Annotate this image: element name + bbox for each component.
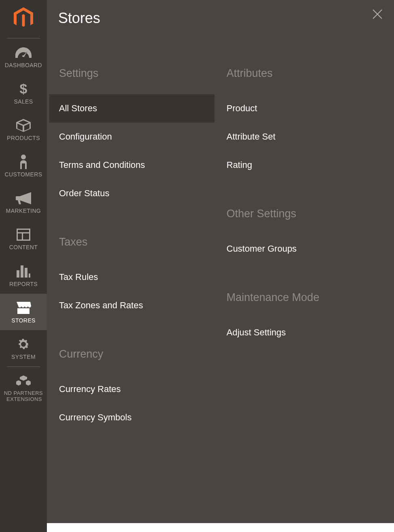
svg-rect-3 [21,265,23,278]
flyout-column-right: Attributes Product Attribute Set Rating … [227,67,382,460]
section-attributes: Attributes Product Attribute Set Rating [227,67,382,179]
sidebar-item-label: SALES [14,98,33,105]
sidebar-item-label: MARKETING [6,208,41,214]
section-currency: Currency Currency Rates Currency Symbols [59,348,215,432]
svg-rect-5 [29,273,30,278]
person-icon [19,155,27,169]
section-title: Taxes [59,236,215,248]
menu-item-product[interactable]: Product [217,94,382,123]
section-other-settings: Other Settings Customer Groups [227,208,382,263]
admin-sidebar: DASHBOARD $ SALES PRODUCTS CUSTOMERS MAR… [0,0,47,532]
menu-item-customer-groups[interactable]: Customer Groups [217,235,382,263]
bar-chart-icon [17,265,30,278]
sidebar-item-stores[interactable]: STORES [0,294,47,330]
section-settings: Settings All Stores Configuration Terms … [59,67,215,208]
section-title: Other Settings [227,208,382,220]
flyout-column-left: Settings All Stores Configuration Terms … [59,67,227,460]
magento-logo-icon [14,7,33,29]
sidebar-item-label: CONTENT [9,244,38,250]
section-taxes: Taxes Tax Rules Tax Zones and Rates [59,236,215,320]
sidebar-item-label: CUSTOMERS [5,171,42,178]
menu-item-tax-rules[interactable]: Tax Rules [49,263,215,291]
menu-item-configuration[interactable]: Configuration [49,123,215,151]
sidebar-item-label: PRODUCTS [7,135,40,141]
menu-item-adjust-settings[interactable]: Adjust Settings [217,318,382,347]
section-title: Maintenance Mode [227,291,382,304]
sidebar-item-content[interactable]: CONTENT [0,220,47,257]
sidebar-item-customers[interactable]: CUSTOMERS [0,148,47,184]
section-maintenance-mode: Maintenance Mode Adjust Settings [227,291,382,347]
menu-item-tax-zones-and-rates[interactable]: Tax Zones and Rates [49,291,215,320]
sidebar-item-marketing[interactable]: MARKETING [0,184,47,220]
megaphone-icon [16,191,31,205]
flyout-columns: Settings All Stores Configuration Terms … [59,67,382,460]
sidebar-item-sales[interactable]: $ SALES [0,75,47,111]
menu-item-rating[interactable]: Rating [217,151,382,179]
svg-rect-4 [25,268,27,278]
sidebar-item-products[interactable]: PRODUCTS [0,111,47,148]
sidebar-item-reports[interactable]: REPORTS [0,257,47,294]
store-icon [16,301,31,315]
sidebar-item-label: ND PARTNERS EXTENSIONS [4,390,43,403]
close-icon [372,9,383,19]
menu-item-attribute-set[interactable]: Attribute Set [217,123,382,151]
close-button[interactable] [372,9,383,21]
blocks-icon [16,374,31,388]
menu-item-currency-rates[interactable]: Currency Rates [49,375,215,403]
svg-text:$: $ [20,82,27,96]
menu-item-terms-and-conditions[interactable]: Terms and Conditions [49,151,215,179]
sidebar-item-dashboard[interactable]: DASHBOARD [0,38,47,75]
sidebar-item-label: SYSTEM [11,354,36,360]
svg-rect-2 [17,270,19,278]
layout-icon [17,228,30,242]
flyout-title: Stores [58,10,382,27]
stores-flyout-panel: Stores Settings All Stores Configuration… [47,0,394,523]
gauge-icon [15,46,32,59]
logo[interactable] [0,0,47,38]
gear-icon [17,337,30,351]
section-title: Currency [59,348,215,360]
menu-item-order-status[interactable]: Order Status [49,179,215,208]
sidebar-item-label: STORES [11,317,36,324]
dollar-icon: $ [19,82,27,96]
sidebar-item-label: REPORTS [9,281,38,287]
section-title: Attributes [227,67,382,80]
menu-item-currency-symbols[interactable]: Currency Symbols [49,403,215,432]
sidebar-item-label: DASHBOARD [5,62,42,68]
sidebar-item-system[interactable]: SYSTEM [0,330,47,367]
sidebar-item-partners[interactable]: ND PARTNERS EXTENSIONS [0,367,47,409]
menu-item-all-stores[interactable]: All Stores [49,94,215,123]
section-title: Settings [59,67,215,80]
svg-point-1 [21,155,26,159]
box-icon [16,119,31,132]
